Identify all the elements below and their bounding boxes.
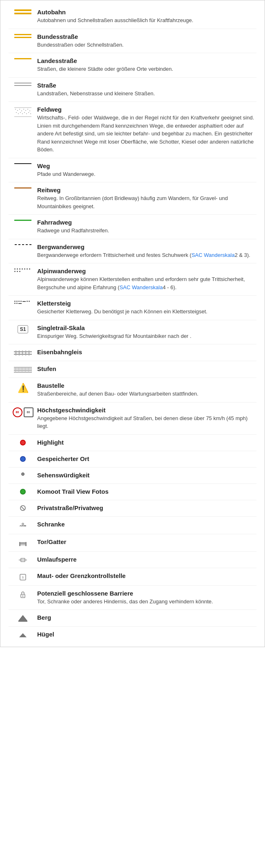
list-item: Highlight — [9, 435, 256, 451]
svg-rect-3 — [15, 109, 16, 110]
speed-desc: Angegebene Höchstgeschwindigkeit auf Str… — [37, 414, 256, 430]
klettersteig-desc: Gesicherter Kletterweg. Du benötigst je … — [37, 308, 256, 316]
umlaufsperre-text: Umlaufsperre — [37, 556, 256, 564]
list-item: S1 Singletrail-Skala Einspuriger Weg. Sc… — [9, 320, 256, 345]
autobahn-icon — [9, 9, 37, 14]
potenziell-text: Potenziell geschlossene Barriere Tor, Sc… — [37, 590, 256, 606]
sac-link-1[interactable]: SAC Wanderskala — [192, 252, 235, 258]
komoot-title: Komoot Trail View Fotos — [37, 488, 256, 495]
strasse-icon — [9, 82, 37, 86]
bergwanderweg-desc: Bergwanderwege erfordern Trittsicherheit… — [37, 251, 256, 259]
list-item: Autobahn Autobahnen und Schnellstraßen a… — [9, 4, 256, 29]
list-item: Gespeicherter Ort — [9, 451, 256, 468]
list-item: Umlaufsperre — [9, 552, 256, 568]
list-item: Fahrradweg Radwege und Radfahrstreifen. — [9, 215, 256, 239]
svg-rect-17 — [28, 112, 29, 113]
strasse-text: Straße Landstraßen, Nebenstrasse und kle… — [37, 82, 256, 98]
baustelle-desc: Straßenbereiche, auf denen Bau- oder War… — [37, 390, 256, 398]
svg-rect-11 — [16, 112, 17, 113]
svg-rect-5 — [19, 109, 20, 110]
list-item: Bergwanderweg Bergwanderwege erfordern T… — [9, 239, 256, 264]
svg-rect-41 — [19, 542, 20, 546]
list-item: Potenziell geschlossene Barriere Tor, Sc… — [9, 586, 256, 610]
schranke-title: Schranke — [37, 521, 256, 528]
reitweg-text: Reitweg Reitweg. In Großbritannien (dort… — [37, 187, 256, 210]
bergwanderweg-text: Bergwanderweg Bergwanderwege erfordern T… — [37, 243, 256, 259]
list-item: Privatstraße/Privatweg — [9, 500, 256, 517]
gespeicherter-ort-icon — [9, 455, 37, 462]
svg-rect-12 — [18, 113, 19, 114]
berg-title: Berg — [37, 614, 256, 621]
umlaufsperre-icon — [9, 556, 37, 563]
list-item: Eisenbahngleis — [9, 344, 256, 361]
stufen-icon — [9, 365, 37, 373]
gespeicherter-ort-text: Gespeicherter Ort — [37, 455, 256, 463]
hugel-title: Hügel — [37, 631, 256, 638]
svg-rect-8 — [25, 110, 26, 111]
sac-link-2[interactable]: SAC Wanderskala — [120, 284, 163, 290]
svg-point-40 — [22, 523, 24, 525]
fahrradweg-text: Fahrradweg Radwege und Radfahrstreifen. — [37, 219, 256, 235]
list-item: Komoot Trail View Fotos — [9, 484, 256, 500]
alpinwanderweg-icon — [9, 268, 37, 272]
weg-desc: Pfade und Wanderwege. — [37, 170, 256, 178]
hugel-text: Hügel — [37, 631, 256, 639]
highlight-icon — [9, 439, 37, 445]
svg-text:$: $ — [22, 576, 24, 579]
sehensw-text: Sehenswürdigkeit — [37, 472, 256, 479]
stufen-title: Stufen — [37, 365, 256, 372]
eisenbahngleis-icon — [9, 349, 37, 357]
schranke-icon — [9, 521, 37, 530]
privatstrasse-icon — [9, 504, 37, 511]
reitweg-title: Reitweg — [37, 187, 256, 193]
autobahn-title: Autobahn — [37, 9, 256, 16]
hugel-icon — [9, 631, 37, 638]
svg-rect-4 — [17, 110, 18, 111]
umlaufsperre-title: Umlaufsperre — [37, 556, 256, 563]
list-item: Schranke — [9, 517, 256, 534]
svg-rect-43 — [20, 542, 25, 543]
sehensw-icon — [9, 472, 37, 476]
sehensw-title: Sehenswürdigkeit — [37, 472, 256, 479]
fahrradweg-icon — [9, 219, 37, 221]
eisenbahngleis-title: Eisenbahngleis — [37, 349, 256, 355]
speed-title: Höchstgeschwindigkeit — [37, 407, 256, 414]
svg-point-54 — [22, 595, 24, 596]
list-item: Straße Landstraßen, Nebenstrasse und kle… — [9, 78, 256, 102]
bergwanderweg-icon — [9, 243, 37, 245]
speed-icon: 80 80 — [9, 407, 37, 417]
strasse-desc: Landstraßen, Nebenstrasse und kleinere S… — [37, 90, 256, 98]
autobahn-desc: Autobahnen und Schnellstraßen ausschließ… — [37, 16, 256, 25]
svg-rect-14 — [22, 113, 23, 114]
maut-text: Maut- oder Grenzkontrollstelle — [37, 572, 256, 580]
baustelle-title: Baustelle — [37, 382, 256, 389]
feldweg-title: Feldweg — [37, 106, 256, 113]
list-item: Weg Pfade und Wanderwege. — [9, 158, 256, 183]
weg-text: Weg Pfade und Wanderwege. — [37, 162, 256, 178]
legend-container: Autobahn Autobahnen und Schnellstraßen a… — [0, 0, 265, 647]
fahrradweg-desc: Radwege und Radfahrstreifen. — [37, 227, 256, 235]
bundesstrasse-icon — [9, 33, 37, 38]
tor-icon — [9, 538, 37, 547]
klettersteig-icon — [9, 300, 37, 304]
alpinwanderweg-text: Alpinwanderweg Alpinwanderwege können Kl… — [37, 268, 256, 291]
maut-title: Maut- oder Grenzkontrollstelle — [37, 572, 256, 579]
svg-marker-57 — [19, 633, 27, 637]
potenziell-desc: Tor, Schranke oder anderes Hindernis, da… — [37, 598, 256, 606]
reitweg-desc: Reitweg. In Großbritannien (dort Bridlew… — [37, 194, 256, 210]
komoot-icon — [9, 488, 37, 495]
speed-text: Höchstgeschwindigkeit Angegebene Höchstg… — [37, 407, 256, 430]
svg-marker-56 — [18, 616, 27, 621]
landesstrasse-text: Landesstraße Straßen, die kleinere Städt… — [37, 57, 256, 73]
komoot-text: Komoot Trail View Fotos — [37, 488, 256, 496]
stufen-text: Stufen — [37, 365, 256, 373]
singletrail-title: Singletrail-Skala — [37, 324, 256, 331]
list-item: Berg — [9, 610, 256, 627]
singletrail-icon: S1 — [9, 324, 37, 333]
privatstrasse-title: Privatstraße/Privatweg — [37, 504, 256, 511]
highlight-title: Highlight — [37, 439, 256, 446]
bundesstrasse-title: Bundesstraße — [37, 33, 256, 40]
schranke-text: Schranke — [37, 521, 256, 528]
alpinwanderweg-title: Alpinwanderweg — [37, 268, 256, 274]
svg-rect-7 — [23, 109, 24, 110]
